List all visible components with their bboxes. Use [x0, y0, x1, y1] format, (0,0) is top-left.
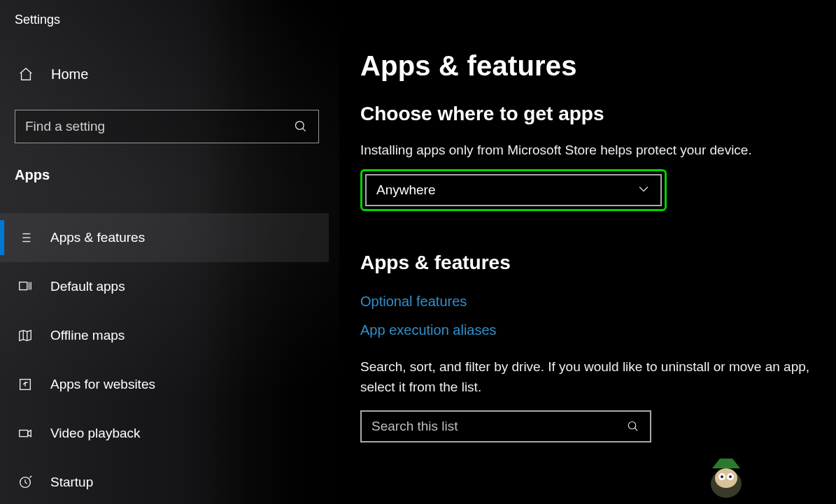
- search-icon: [626, 419, 640, 433]
- map-icon: [17, 327, 34, 344]
- apps-list-search-input[interactable]: [371, 419, 626, 434]
- sidebar-item-label: Video playback: [50, 426, 141, 441]
- main-content: Apps & features Choose where to get apps…: [339, 0, 836, 504]
- sidebar-item-apps-for-websites[interactable]: Apps for websites: [0, 360, 329, 409]
- choose-where-heading: Choose where to get apps: [360, 103, 823, 125]
- svg-point-0: [296, 122, 304, 130]
- list-icon: [17, 229, 34, 246]
- sidebar-item-home[interactable]: Home: [17, 66, 88, 82]
- app-execution-aliases-link[interactable]: App execution aliases: [360, 322, 497, 338]
- apps-list-description: Search, sort, and filter by drive. If yo…: [360, 357, 823, 398]
- apps-list-search[interactable]: [360, 410, 651, 442]
- svg-rect-15: [20, 430, 28, 436]
- sidebar-item-label: Apps & features: [50, 230, 145, 245]
- settings-window: Settings Home Apps Apps & featuresDefaul…: [0, 0, 836, 504]
- sidebar-item-startup[interactable]: Startup: [0, 458, 329, 504]
- svg-rect-8: [20, 282, 27, 290]
- startup-icon: [17, 474, 34, 491]
- svg-line-1: [303, 129, 306, 131]
- svg-point-19: [628, 422, 636, 429]
- find-setting-input[interactable]: [25, 110, 293, 143]
- sidebar-item-label: Startup: [50, 475, 93, 490]
- choose-where-help: Installing apps only from Microsoft Stor…: [360, 142, 823, 159]
- sidebar-item-label: Apps for websites: [50, 377, 155, 392]
- apps-features-subheading: Apps & features: [360, 252, 823, 274]
- app-source-value: Anywhere: [376, 182, 436, 198]
- sidebar: Settings Home Apps Apps & featuresDefaul…: [0, 0, 339, 504]
- defaults-icon: [17, 278, 34, 295]
- optional-features-link[interactable]: Optional features: [360, 294, 467, 310]
- source-dropdown-highlight: Anywhere: [360, 169, 667, 211]
- svg-line-20: [635, 428, 637, 431]
- sidebar-item-label: Default apps: [50, 279, 125, 294]
- sidebar-item-video-playback[interactable]: Video playback: [0, 409, 329, 458]
- home-label: Home: [51, 66, 88, 82]
- home-icon: [17, 66, 34, 82]
- sidebar-nav: Apps & featuresDefault appsOffline mapsA…: [0, 213, 329, 504]
- open-icon: [17, 376, 34, 393]
- sidebar-item-default-apps[interactable]: Default apps: [0, 262, 329, 311]
- svg-marker-16: [28, 430, 31, 436]
- svg-marker-11: [20, 331, 31, 341]
- page-title: Apps & features: [360, 50, 823, 82]
- sidebar-item-label: Offline maps: [50, 328, 125, 343]
- find-setting-search[interactable]: [15, 110, 319, 143]
- sidebar-item-apps-features[interactable]: Apps & features: [0, 213, 329, 262]
- app-title: Settings: [15, 13, 60, 27]
- sidebar-section-title: Apps: [15, 167, 50, 183]
- svg-line-18: [29, 476, 31, 478]
- chevron-down-icon: [637, 182, 651, 199]
- search-icon: [293, 119, 309, 134]
- sidebar-item-offline-maps[interactable]: Offline maps: [0, 311, 329, 360]
- app-source-dropdown[interactable]: Anywhere: [365, 174, 662, 206]
- video-icon: [17, 425, 34, 442]
